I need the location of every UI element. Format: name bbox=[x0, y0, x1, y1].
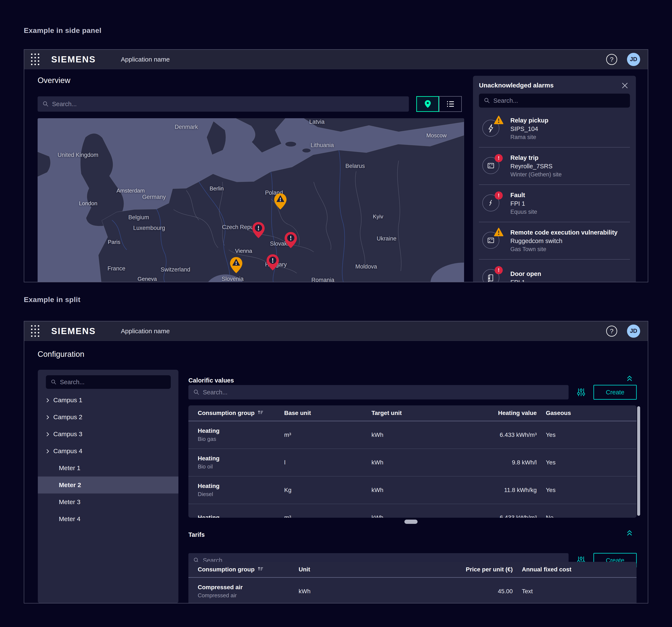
alarm-device-icon-wrap bbox=[482, 120, 500, 137]
avatar[interactable]: JD bbox=[627, 325, 640, 338]
map-label-paris: Paris bbox=[108, 239, 120, 245]
column-header-label: Price per unit (€) bbox=[466, 566, 513, 573]
cell-unit: kWh bbox=[298, 588, 405, 595]
tree-item-meter-3[interactable]: Meter 3 bbox=[38, 494, 178, 510]
cell-consumption-group: Heating bbox=[198, 514, 284, 518]
error-map-pin[interactable] bbox=[284, 231, 297, 249]
cell-group-title: Heating bbox=[198, 427, 284, 434]
calorific-search bbox=[188, 385, 569, 399]
map-label-lithuania: Lithuania bbox=[311, 142, 334, 149]
help-icon[interactable]: ? bbox=[606, 326, 617, 336]
vertical-scrollbar[interactable] bbox=[637, 406, 640, 516]
warning-map-pin[interactable] bbox=[230, 257, 243, 274]
sort-ascending-icon bbox=[257, 566, 264, 574]
sort-ascending-icon bbox=[257, 409, 264, 417]
europe-map[interactable]: LatviaDenmarkMoscowLithuaniaUnited Kingd… bbox=[38, 118, 464, 282]
app-switch-icon[interactable] bbox=[31, 53, 39, 65]
alarm-item[interactable]: !FaultFPI 1Equus site bbox=[479, 185, 630, 222]
alarm-item[interactable]: !Relay tripReyrolle_7SRSWinter (Gethen) … bbox=[479, 148, 630, 185]
cell-group-subtitle: Bio oil bbox=[198, 463, 284, 470]
map-view-button[interactable] bbox=[416, 96, 439, 112]
alarm-item[interactable]: Relay pickupSIPS_104Rama site bbox=[479, 110, 630, 148]
column-header-annual-fixed-cost[interactable]: Annual fixed cost bbox=[513, 566, 627, 573]
tree-item-label: Meter 1 bbox=[59, 465, 80, 472]
collapse-section-icon[interactable] bbox=[625, 374, 634, 383]
table-row[interactable]: Heatingm³kWh6.433 kWh/m³No bbox=[188, 504, 637, 518]
tree-item-campus-1[interactable]: Campus 1 bbox=[38, 392, 178, 408]
tree-item-campus-3[interactable]: Campus 3 bbox=[38, 426, 178, 443]
column-header-gaseous[interactable]: Gaseous bbox=[537, 410, 627, 417]
alarm-device: Ruggedcom switch bbox=[510, 237, 618, 245]
tree-item-meter-2[interactable]: Meter 2 bbox=[38, 477, 178, 494]
help-icon[interactable]: ? bbox=[606, 54, 617, 65]
tree-item-meter-4[interactable]: Meter 4 bbox=[38, 510, 178, 527]
tree-item-campus-2[interactable]: Campus 2 bbox=[38, 408, 178, 426]
map-label-luxembourg: Luxembourg bbox=[133, 225, 165, 231]
horizontal-scrollbar[interactable] bbox=[404, 520, 417, 524]
column-header-label: Target unit bbox=[371, 410, 402, 416]
table-row[interactable]: HeatingBio gasm³kWh6.433 kWh/m³Yes bbox=[188, 421, 637, 449]
cell-annual-fixed-cost: Text bbox=[513, 588, 627, 595]
map-label-london: London bbox=[79, 200, 97, 207]
warning-badge bbox=[494, 228, 504, 236]
list-view-button[interactable] bbox=[439, 96, 462, 112]
cell-consumption-group: HeatingDiesel bbox=[198, 483, 284, 498]
cell-consumption-group: Compressed airCompressed air bbox=[198, 584, 298, 599]
collapse-section-icon[interactable] bbox=[625, 528, 634, 537]
alarm-site: Rama site bbox=[510, 134, 548, 141]
search-input[interactable] bbox=[494, 97, 630, 104]
alarm-item[interactable]: !Door openFPI 1 bbox=[479, 259, 630, 282]
warning-map-pin[interactable] bbox=[274, 193, 287, 210]
create-button[interactable]: Create bbox=[594, 385, 637, 400]
cell-gaseous: Yes bbox=[537, 487, 627, 494]
column-header-label: Base unit bbox=[284, 410, 311, 416]
column-header-heating-value[interactable]: Heating value bbox=[456, 410, 537, 417]
table-header-row: Consumption groupUnitPrice per unit (€)A… bbox=[188, 562, 637, 578]
cell-target-unit: kWh bbox=[371, 459, 456, 466]
column-header-base-unit[interactable]: Base unit bbox=[284, 410, 371, 417]
app-switch-icon[interactable] bbox=[31, 325, 39, 337]
chevron-right-icon[interactable] bbox=[45, 397, 51, 405]
alarm-item[interactable]: Remote code execution vulnerabilityRugge… bbox=[479, 222, 630, 259]
column-header-unit[interactable]: Unit bbox=[298, 566, 405, 573]
search-input[interactable] bbox=[60, 379, 171, 386]
cell-heating-value: 11.8 kWh/kg bbox=[456, 487, 537, 494]
search-input[interactable] bbox=[203, 389, 569, 396]
search-input[interactable] bbox=[52, 101, 409, 108]
cell-heating-value: 6.433 kWh/m³ bbox=[456, 514, 537, 518]
tarifs-section-title: Tarifs bbox=[188, 531, 205, 538]
close-icon[interactable] bbox=[620, 81, 629, 90]
map-label-germany: Germany bbox=[142, 194, 166, 200]
filter-icon[interactable] bbox=[576, 387, 586, 397]
tree-search bbox=[46, 375, 171, 389]
calorific-section-title: Calorific values bbox=[188, 377, 234, 384]
column-header-price-per-unit[interactable]: Price per unit (€) bbox=[405, 566, 513, 573]
window-configuration: SIEMENS Application name ? JD Configurat… bbox=[24, 321, 648, 603]
table-row[interactable]: HeatingBio oillkWh9.8 kWh/lYes bbox=[188, 449, 637, 477]
tree-item-label: Campus 4 bbox=[53, 447, 82, 455]
map-canvas bbox=[38, 118, 464, 282]
alarm-texts: Relay tripReyrolle_7SRSWinter (Gethen) s… bbox=[510, 154, 562, 178]
cell-target-unit: kWh bbox=[371, 431, 456, 438]
column-header-consumption-group[interactable]: Consumption group bbox=[198, 409, 284, 417]
chevron-right-icon[interactable] bbox=[45, 431, 51, 438]
chevron-right-icon[interactable] bbox=[45, 414, 51, 422]
table-header-row: Consumption groupBase unitTarget unitHea… bbox=[188, 405, 637, 421]
tree-item-label: Meter 4 bbox=[59, 516, 80, 523]
application-name: Application name bbox=[121, 327, 170, 335]
tree-item-meter-1[interactable]: Meter 1 bbox=[38, 459, 178, 477]
column-header-target-unit[interactable]: Target unit bbox=[371, 410, 456, 417]
chevron-right-icon[interactable] bbox=[45, 448, 51, 455]
table-row[interactable]: HeatingDieselKgkWh11.8 kWh/kgYes bbox=[188, 477, 637, 504]
column-header-consumption-group[interactable]: Consumption group bbox=[198, 566, 298, 574]
tree-item-campus-4[interactable]: Campus 4 bbox=[38, 443, 178, 459]
cell-group-title: Heating bbox=[198, 455, 284, 462]
error-map-pin[interactable] bbox=[252, 222, 265, 239]
avatar[interactable]: JD bbox=[627, 53, 640, 66]
table-row[interactable]: Compressed airCompressed airkWh45.00Text bbox=[188, 578, 637, 603]
cell-group-title: Heating bbox=[198, 483, 284, 490]
alarm-texts: Door openFPI 1 bbox=[510, 270, 541, 282]
alarm-texts: Relay pickupSIPS_104Rama site bbox=[510, 117, 548, 141]
page-title: Configuration bbox=[38, 350, 84, 359]
error-map-pin[interactable] bbox=[266, 254, 279, 271]
